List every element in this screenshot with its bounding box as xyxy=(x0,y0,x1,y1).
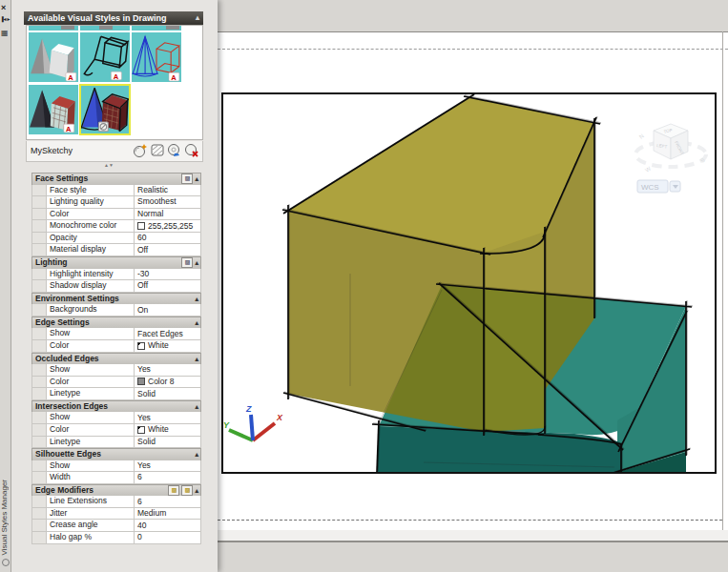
setting-value-text: -30 xyxy=(137,269,149,279)
section-collapse-icon[interactable]: ▴ xyxy=(195,485,198,496)
properties-icon[interactable]: ▦ xyxy=(1,29,9,37)
apply-style-to-viewport-icon[interactable] xyxy=(150,143,165,158)
section-header[interactable]: Environment Settings▴ xyxy=(31,293,201,305)
layout-viewport[interactable]: Y Z X TOP LEFT FRONT N W S xyxy=(221,92,717,474)
styles-toolbar xyxy=(133,143,199,158)
section-header[interactable]: Silhouette Edges▴ xyxy=(31,448,201,460)
section-collapse-icon[interactable]: ▴ xyxy=(195,401,198,412)
selected-style-name[interactable]: MySketchy xyxy=(31,146,73,155)
svg-text:A: A xyxy=(66,125,72,133)
section-toggle-icon[interactable]: ▨ xyxy=(181,257,193,268)
mysketchy-style-thumb[interactable] xyxy=(80,85,130,134)
setting-value[interactable]: 6 xyxy=(135,496,200,507)
print-margin-top xyxy=(218,49,728,50)
setting-value[interactable]: Realistic xyxy=(135,185,200,196)
section-toggle-icon[interactable]: ▨ xyxy=(181,485,193,496)
section-title: Lighting xyxy=(35,257,68,267)
setting-value[interactable]: 6 xyxy=(135,472,200,483)
setting-label: Show xyxy=(47,412,135,423)
setting-value[interactable]: Smoothest xyxy=(135,196,200,208)
setting-row: Opacity60 xyxy=(31,233,201,245)
setting-value-text: White xyxy=(148,340,169,351)
section-title: Intersection Edges xyxy=(35,401,108,411)
section-header[interactable]: Lighting▨▴ xyxy=(31,256,201,269)
setting-value[interactable]: Color 8 xyxy=(135,377,200,388)
row-indent xyxy=(32,340,47,352)
setting-value[interactable]: -30 xyxy=(135,269,200,280)
section-toggle-icon[interactable]: ▨ xyxy=(168,485,179,496)
setting-label: Jitter xyxy=(47,508,135,520)
section-collapse-icon[interactable]: ▴ xyxy=(195,294,198,304)
setting-value[interactable]: Yes xyxy=(135,412,200,423)
section-header[interactable]: Edge Modifiers▨▨▴ xyxy=(31,484,201,497)
textured-style-thumb[interactable]: A xyxy=(29,85,78,134)
row-indent xyxy=(32,424,47,436)
autohide-icon[interactable]: ▐◄► xyxy=(0,16,10,22)
section-collapse-icon[interactable]: ▴ xyxy=(195,257,198,268)
setting-value[interactable]: 60 xyxy=(135,233,200,244)
section-header[interactable]: Face Settings▨▴ xyxy=(31,173,201,185)
setting-value[interactable]: 0 xyxy=(135,532,200,543)
setting-value[interactable]: Solid xyxy=(135,437,200,448)
section-title: Environment Settings xyxy=(35,294,119,303)
setting-label: Monochrome color xyxy=(47,220,135,232)
setting-value-text: Smoothest xyxy=(137,196,177,207)
row-indent xyxy=(32,269,47,280)
setting-value[interactable]: Yes xyxy=(135,460,200,472)
setting-value[interactable]: Yes xyxy=(135,364,200,376)
viewcube[interactable]: TOP LEFT FRONT N W S xyxy=(635,124,706,174)
setting-value-text: Yes xyxy=(137,460,151,471)
setting-label: Color xyxy=(47,209,135,220)
setting-value[interactable]: Off xyxy=(135,280,200,292)
setting-value[interactable]: Facet Edges xyxy=(135,328,200,339)
partial-thumb-row xyxy=(132,26,181,31)
setting-value-text: White xyxy=(148,424,169,435)
row-indent xyxy=(32,496,47,507)
style-name-row: MySketchy xyxy=(26,141,203,162)
collapse-arrow-icon[interactable]: ▴ xyxy=(196,11,199,25)
setting-label: Shadow display xyxy=(47,280,135,292)
section-collapse-icon[interactable]: ▴ xyxy=(195,354,198,364)
model-scene[interactable]: Y Z X TOP LEFT FRONT N W S xyxy=(223,94,715,472)
viewcube-compass-w[interactable]: W xyxy=(644,165,652,173)
setting-value[interactable]: Off xyxy=(135,244,200,255)
create-new-visual-style-icon[interactable] xyxy=(133,143,148,158)
viewcube-compass-n[interactable]: N xyxy=(638,133,645,139)
setting-value-text: Off xyxy=(137,280,148,291)
section-collapse-icon[interactable]: ▴ xyxy=(195,449,198,460)
setting-label: Color xyxy=(47,340,135,352)
setting-value[interactable]: Solid xyxy=(135,388,200,399)
row-indent xyxy=(32,388,47,399)
sketchy-style-thumb[interactable]: A xyxy=(80,32,130,82)
section-title: Silhouette Edges xyxy=(35,449,101,459)
export-style-to-tool-palette-icon[interactable] xyxy=(167,143,182,158)
autocad-layout-window: Y Z X TOP LEFT FRONT N W S xyxy=(0,0,728,572)
palette-options-icon[interactable] xyxy=(2,559,10,566)
setting-value[interactable]: White xyxy=(135,424,200,436)
section-header[interactable]: Intersection Edges▴ xyxy=(31,400,201,413)
section-toggle-icon[interactable]: ▨ xyxy=(181,174,193,184)
palette-titlebar-vertical: × ▐◄► ▦ Visual Styles Manager xyxy=(0,0,11,572)
delete-style-icon[interactable] xyxy=(184,143,199,158)
row-indent xyxy=(32,233,47,244)
section-header[interactable]: Occluded Edges▴ xyxy=(31,353,201,365)
close-icon[interactable]: × xyxy=(1,3,6,12)
wcs-dropdown[interactable]: WCS xyxy=(637,180,680,193)
panel-splitter[interactable]: ▲▼ xyxy=(0,162,218,169)
setting-value-text: Medium xyxy=(137,508,166,519)
setting-value-text: 0 xyxy=(137,532,142,542)
section-collapse-icon[interactable]: ▴ xyxy=(195,317,198,328)
realistic-style-thumb[interactable]: A xyxy=(29,32,78,82)
setting-value[interactable]: 255,255,255 xyxy=(135,220,200,232)
setting-value[interactable]: 40 xyxy=(135,520,200,531)
setting-value[interactable]: Medium xyxy=(135,508,200,520)
wireframe-style-thumb[interactable]: A xyxy=(132,32,181,82)
setting-value[interactable]: Normal xyxy=(135,209,200,220)
setting-value[interactable]: White xyxy=(135,340,200,352)
setting-row: Halo gap %0 xyxy=(31,532,201,544)
row-indent xyxy=(32,244,47,255)
section-collapse-icon[interactable]: ▴ xyxy=(195,174,198,184)
section-header[interactable]: Edge Settings▴ xyxy=(31,317,201,329)
setting-value[interactable]: On xyxy=(135,304,200,316)
white-color-swatch-icon xyxy=(137,342,145,350)
